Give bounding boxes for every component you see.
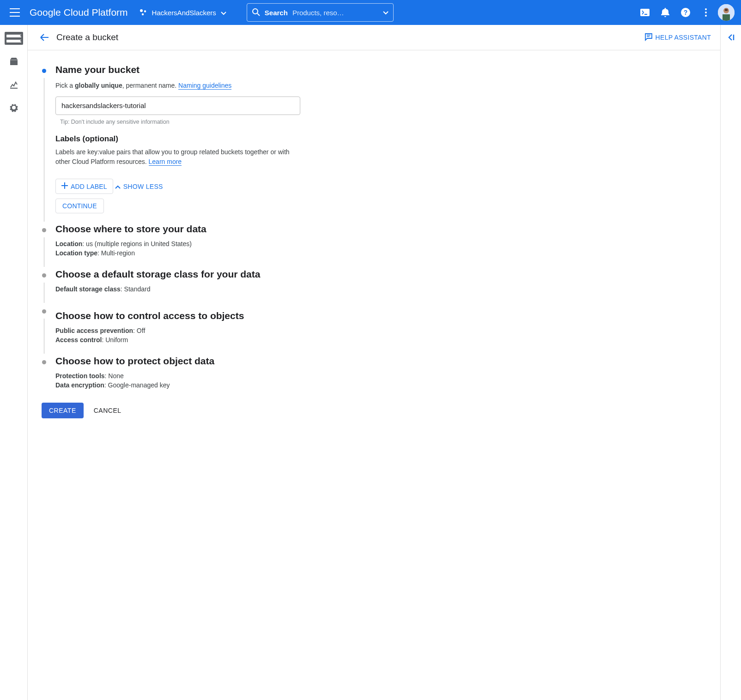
chevron-down-icon <box>383 9 389 16</box>
help-assistant-label: HELP ASSISTANT <box>656 34 711 41</box>
chevron-down-icon <box>221 9 226 17</box>
logo-google: Google <box>30 7 61 18</box>
nav-settings-icon[interactable] <box>4 98 24 117</box>
step-dot-icon <box>42 69 46 73</box>
project-dots-icon <box>139 8 147 17</box>
chat-icon <box>644 33 653 42</box>
avatar-icon <box>718 4 735 21</box>
left-nav <box>0 25 27 700</box>
create-button[interactable]: CREATE <box>42 403 84 418</box>
svg-rect-12 <box>725 9 728 11</box>
svg-text:?: ? <box>684 9 688 16</box>
main-area: Create a bucket HELP ASSISTANT Name your… <box>27 25 721 700</box>
chevron-up-icon <box>115 183 121 190</box>
search-icon <box>252 8 260 18</box>
more-icon[interactable] <box>697 3 715 22</box>
step-title[interactable]: Choose how to protect object data <box>55 356 430 367</box>
svg-point-1 <box>144 10 146 12</box>
step-protect: Choose how to protect object data Protec… <box>42 356 430 396</box>
location-type-summary: Location type: Multi-region <box>55 249 430 257</box>
step-title[interactable]: Choose how to control access to objects <box>55 310 430 321</box>
step-dot-icon <box>42 309 46 314</box>
cloud-shell-icon[interactable] <box>636 3 654 22</box>
encryption-summary: Data encryption: Google-managed key <box>55 381 430 389</box>
labels-heading: Labels (optional) <box>55 134 430 144</box>
show-less-label: SHOW LESS <box>123 183 163 190</box>
search-box[interactable]: Search Products, reso… <box>247 3 394 22</box>
gcp-logo[interactable]: Google Cloud Platform <box>30 7 128 18</box>
svg-point-0 <box>140 9 143 12</box>
access-control-summary: Access control: Uniform <box>55 336 430 344</box>
protection-summary: Protection tools: None <box>55 372 430 380</box>
svg-point-3 <box>253 9 258 14</box>
account-avatar[interactable] <box>717 3 735 22</box>
menu-icon[interactable] <box>6 3 24 22</box>
footer-actions: CREATE CANCEL <box>42 403 430 418</box>
page-header: Create a bucket HELP ASSISTANT <box>28 25 720 50</box>
nav-monitoring-icon[interactable] <box>4 75 24 94</box>
step-dot-icon <box>42 273 46 278</box>
labels-learn-more-link[interactable]: Learn more <box>149 158 182 166</box>
add-label-button[interactable]: ADD LABEL <box>55 179 113 194</box>
svg-rect-13 <box>723 14 730 21</box>
continue-button[interactable]: CONTINUE <box>55 199 104 213</box>
naming-guidelines-link[interactable]: Naming guidelines <box>178 82 231 90</box>
nav-storage-icon[interactable] <box>4 29 24 48</box>
svg-point-2 <box>141 13 143 15</box>
right-panel-toggle[interactable] <box>721 25 741 700</box>
svg-rect-4 <box>640 9 650 16</box>
svg-point-7 <box>705 8 707 10</box>
name-description: Pick a globally unique, permanent name. … <box>55 81 430 91</box>
bucket-name-input[interactable] <box>55 97 300 115</box>
topbar-right: ? <box>636 3 735 22</box>
back-button[interactable] <box>35 28 54 47</box>
step-storage-class: Choose a default storage class for your … <box>42 269 430 300</box>
location-summary: Location: us (multiple regions in United… <box>55 240 430 247</box>
add-label-text: ADD LABEL <box>71 183 107 190</box>
step-location: Choose where to store your data Location… <box>42 223 430 264</box>
svg-point-9 <box>705 15 707 17</box>
nav-browser-icon[interactable] <box>4 52 24 71</box>
step-title[interactable]: Choose a default storage class for your … <box>55 269 430 280</box>
step-title[interactable]: Choose where to store your data <box>55 223 430 235</box>
top-app-bar: Google Cloud Platform HackersAndSlackers… <box>0 0 741 25</box>
logo-text: Cloud Platform <box>64 7 128 18</box>
plus-icon <box>61 182 68 190</box>
name-tip: Tip: Don't include any sensitive informa… <box>60 119 430 125</box>
project-name: HackersAndSlackers <box>152 9 216 17</box>
step-name-bucket: Name your bucket Pick a globally unique,… <box>42 64 430 219</box>
search-label: Search <box>265 9 288 17</box>
help-icon[interactable]: ? <box>676 3 695 22</box>
labels-description: Labels are key:value pairs that allow yo… <box>55 147 305 167</box>
step-access-control: Choose how to control access to objects … <box>42 305 430 351</box>
step-title: Name your bucket <box>55 64 430 75</box>
project-picker[interactable]: HackersAndSlackers <box>135 8 230 17</box>
help-assistant-button[interactable]: HELP ASSISTANT <box>644 33 711 42</box>
svg-point-8 <box>705 12 707 13</box>
cancel-button[interactable]: CANCEL <box>94 407 121 414</box>
step-dot-icon <box>42 360 46 364</box>
page-title: Create a bucket <box>56 32 118 42</box>
notifications-icon[interactable] <box>656 3 674 22</box>
show-less-toggle[interactable]: SHOW LESS <box>115 183 163 190</box>
public-access-summary: Public access prevention: Off <box>55 327 430 334</box>
step-dot-icon <box>42 228 46 232</box>
search-placeholder: Products, reso… <box>292 9 378 17</box>
svg-rect-14 <box>10 60 18 60</box>
storage-class-summary: Default storage class: Standard <box>55 285 430 293</box>
